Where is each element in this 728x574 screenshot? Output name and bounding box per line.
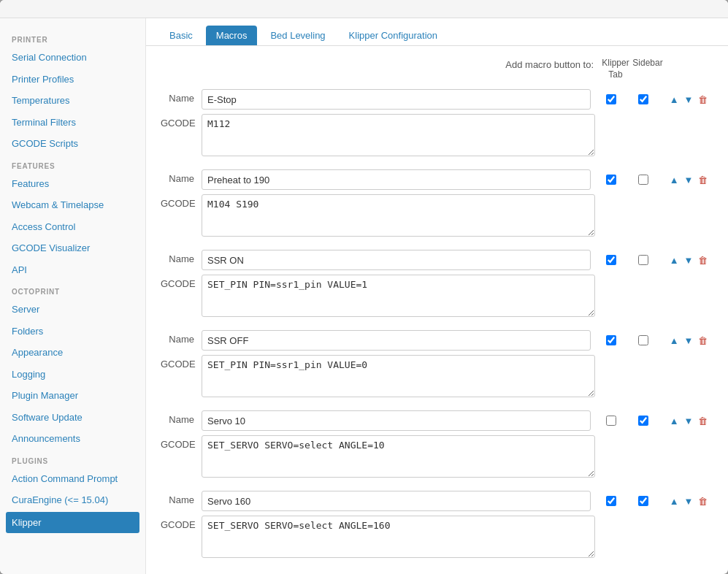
sidebar: PRINTERSerial ConnectionPrinter Profiles…	[0, 18, 146, 574]
sidebar-item-announcements[interactable]: Announcements	[0, 428, 145, 450]
macro-name-field-6: Name▲▼🗑	[161, 491, 713, 511]
sidebar-item-folders[interactable]: Folders	[0, 321, 145, 343]
sidebar-item-server[interactable]: Server	[0, 299, 145, 321]
tab-klipper-configuration[interactable]: Klipper Configuration	[339, 26, 448, 45]
macro-name-field-4: Name▲▼🗑	[161, 330, 713, 351]
macro-gcode-input-6[interactable]	[202, 516, 595, 558]
macro-row-2: Name▲▼🗑GCODE	[161, 169, 713, 237]
sidebar-item-logging[interactable]: Logging	[0, 364, 145, 386]
sidebar-item-plugin-manager[interactable]: Plugin Manager	[0, 385, 145, 407]
macro-down-button-4[interactable]: ▼	[683, 334, 695, 347]
macro-name-input-6[interactable]	[202, 491, 591, 511]
sidebar-item-temperatures[interactable]: Temperatures	[0, 90, 145, 112]
macro-gcode-label-6: GCODE	[161, 516, 202, 530]
macro-klipper-checkbox-3[interactable]	[606, 255, 616, 265]
macro-name-field-3: Name▲▼🗑	[161, 250, 713, 270]
sidebar-item-api[interactable]: API	[0, 259, 145, 281]
macro-gcode-field-6: GCODE	[161, 516, 713, 558]
sidebar-item-software-update[interactable]: Software Update	[0, 407, 145, 429]
macros-header: Add macro button to:KlipperTabSidebar	[161, 58, 713, 80]
modal-header	[0, 0, 728, 18]
macro-delete-button-6[interactable]: 🗑	[697, 495, 709, 508]
tab-bed-leveling[interactable]: Bed Leveling	[260, 26, 335, 45]
macro-sidebar-checkbox-3[interactable]	[638, 255, 648, 265]
sidebar-section-printer: PRINTER	[0, 28, 145, 47]
sidebar-item-serial-connection[interactable]: Serial Connection	[0, 47, 145, 69]
sidebar-col-label: Sidebar	[632, 58, 664, 69]
macro-gcode-label-4: GCODE	[161, 355, 202, 370]
macro-delete-button-4[interactable]: 🗑	[697, 334, 709, 347]
sidebar-item-webcam-timelapse[interactable]: Webcam & Timelapse	[0, 194, 145, 216]
sidebar-item-klipper[interactable]: Klipper	[6, 512, 139, 534]
macro-up-button-6[interactable]: ▲	[668, 495, 681, 508]
macro-name-label-3: Name	[161, 250, 202, 264]
sidebar-item-appearance[interactable]: Appearance	[0, 342, 145, 364]
macro-name-input-3[interactable]	[202, 250, 591, 270]
macro-name-label-1: Name	[161, 89, 202, 104]
macro-delete-button-2[interactable]: 🗑	[697, 174, 709, 186]
macro-up-button-5[interactable]: ▲	[668, 415, 681, 427]
sidebar-section-plugins: PLUGINS	[0, 450, 145, 468]
macro-sidebar-checkbox-4[interactable]	[638, 335, 648, 345]
macro-down-button-2[interactable]: ▼	[683, 174, 695, 186]
macro-name-input-1[interactable]	[202, 89, 591, 110]
macro-delete-button-5[interactable]: 🗑	[697, 415, 709, 427]
macro-down-button-3[interactable]: ▼	[683, 254, 695, 267]
macro-klipper-checkbox-2[interactable]	[606, 175, 616, 185]
sidebar-item-curaengine[interactable]: CuraEngine (<= 15.04)	[0, 489, 145, 511]
klipper-tab-col-label: KlipperTab	[599, 58, 632, 80]
macro-down-button-5[interactable]: ▼	[683, 415, 695, 427]
sidebar-item-gcode-visualizer[interactable]: GCODE Visualizer	[0, 237, 145, 259]
macro-gcode-field-1: GCODE	[161, 114, 713, 156]
sidebar-item-gcode-scripts[interactable]: GCODE Scripts	[0, 133, 145, 155]
macro-down-button-1[interactable]: ▼	[683, 93, 695, 106]
macro-gcode-field-5: GCODE	[161, 435, 713, 478]
macro-name-field-2: Name▲▼🗑	[161, 169, 713, 190]
macro-klipper-checkbox-1[interactable]	[606, 94, 616, 104]
sidebar-section-features: FEATURES	[0, 155, 145, 173]
sidebar-item-terminal-filters[interactable]: Terminal Filters	[0, 112, 145, 134]
macros-list: Name▲▼🗑GCODEName▲▼🗑GCODEName▲▼🗑GCODEName…	[161, 89, 713, 558]
macro-gcode-field-3: GCODE	[161, 275, 713, 317]
content-area: Add macro button to:KlipperTabSidebar Na…	[146, 46, 728, 574]
sidebar-item-features[interactable]: Features	[0, 173, 145, 195]
tab-macros[interactable]: Macros	[206, 26, 258, 45]
macro-sidebar-checkbox-1[interactable]	[638, 94, 648, 104]
macro-gcode-field-4: GCODE	[161, 355, 713, 397]
macro-up-button-3[interactable]: ▲	[668, 254, 681, 267]
macro-row-1: Name▲▼🗑GCODE	[161, 89, 713, 156]
sidebar-item-access-control[interactable]: Access Control	[0, 216, 145, 238]
macro-gcode-label-5: GCODE	[161, 435, 202, 450]
macro-sidebar-checkbox-6[interactable]	[638, 496, 648, 506]
macro-gcode-field-2: GCODE	[161, 194, 713, 237]
macro-name-label-5: Name	[161, 410, 202, 425]
macro-name-input-5[interactable]	[202, 410, 591, 431]
macro-gcode-input-2[interactable]	[202, 194, 595, 237]
sidebar-item-action-command-prompt[interactable]: Action Command Prompt	[0, 468, 145, 490]
macro-delete-button-3[interactable]: 🗑	[697, 254, 709, 267]
macro-up-button-2[interactable]: ▲	[668, 174, 681, 186]
tab-basic[interactable]: Basic	[159, 26, 203, 45]
macro-gcode-input-4[interactable]	[202, 355, 595, 397]
macro-gcode-input-1[interactable]	[202, 114, 595, 156]
macro-klipper-checkbox-5[interactable]	[606, 416, 616, 426]
settings-modal: PRINTERSerial ConnectionPrinter Profiles…	[0, 0, 728, 574]
macro-up-button-4[interactable]: ▲	[668, 334, 681, 347]
macro-gcode-input-5[interactable]	[202, 435, 595, 478]
macro-row-6: Name▲▼🗑GCODE	[161, 491, 713, 558]
sidebar-item-printer-profiles[interactable]: Printer Profiles	[0, 69, 145, 91]
macro-up-button-1[interactable]: ▲	[668, 93, 681, 106]
macro-down-button-6[interactable]: ▼	[683, 495, 695, 508]
main-content: BasicMacrosBed LevelingKlipper Configura…	[146, 18, 728, 574]
macro-gcode-label-2: GCODE	[161, 194, 202, 209]
add-macro-label: Add macro button to:	[505, 58, 594, 70]
macro-klipper-checkbox-4[interactable]	[606, 335, 616, 345]
macro-klipper-checkbox-6[interactable]	[606, 496, 616, 506]
macro-name-input-2[interactable]	[202, 169, 591, 190]
macro-sidebar-checkbox-5[interactable]	[638, 416, 648, 426]
macro-name-input-4[interactable]	[202, 330, 591, 351]
macro-gcode-input-3[interactable]	[202, 275, 595, 317]
macro-sidebar-checkbox-2[interactable]	[638, 175, 648, 185]
macro-delete-button-1[interactable]: 🗑	[697, 93, 709, 106]
macro-row-3: Name▲▼🗑GCODE	[161, 250, 713, 317]
